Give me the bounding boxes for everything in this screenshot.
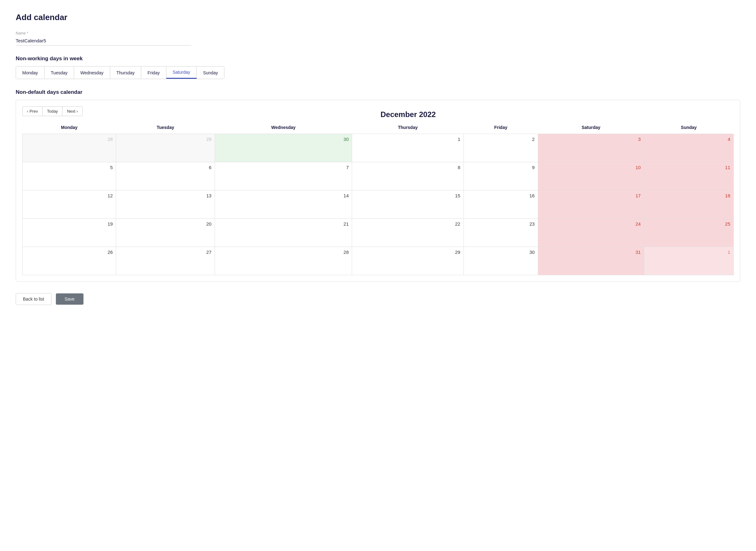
calendar-cell[interactable]: 5 <box>23 162 116 190</box>
calendar-title: December 2022 <box>82 110 734 119</box>
calendar-cell[interactable]: 6 <box>116 162 215 190</box>
day-number: 26 <box>26 249 113 255</box>
table-row: 2829301234 <box>23 134 734 162</box>
calendar-cell[interactable]: 21 <box>215 219 352 247</box>
calendar-cell[interactable]: 19 <box>23 219 116 247</box>
calendar-cell[interactable]: 30 <box>464 247 538 275</box>
day-number: 15 <box>355 193 460 198</box>
day-number: 31 <box>541 249 641 255</box>
calendar-cell[interactable]: 20 <box>116 219 215 247</box>
day-number: 30 <box>467 249 535 255</box>
calendar-cell[interactable]: 15 <box>352 190 464 219</box>
table-row: 2627282930311 <box>23 247 734 275</box>
calendar-cell[interactable]: 8 <box>352 162 464 190</box>
day-number: 5 <box>26 165 113 170</box>
calendar-cell[interactable]: 31 <box>538 247 644 275</box>
day-number: 23 <box>467 221 535 226</box>
calendar-cell[interactable]: 27 <box>116 247 215 275</box>
day-number: 29 <box>119 136 211 142</box>
day-number: 9 <box>467 165 535 170</box>
calendar-section-title: Non-default days calendar <box>16 89 740 95</box>
calendar-wrapper: ‹ Prev Today Next › December 2022 Monday… <box>16 100 740 282</box>
footer: Back to list Save <box>16 293 740 305</box>
calendar-cell[interactable]: 12 <box>23 190 116 219</box>
table-row: 12131415161718 <box>23 190 734 219</box>
day-number: 7 <box>218 165 349 170</box>
day-number: 4 <box>647 136 730 142</box>
day-number: 28 <box>26 136 113 142</box>
calendar-cell[interactable]: 3 <box>538 134 644 162</box>
day-number: 30 <box>218 136 349 142</box>
page-title: Add calendar <box>16 13 740 22</box>
day-number: 2 <box>467 136 535 142</box>
calendar-cell[interactable]: 16 <box>464 190 538 219</box>
day-btn-friday[interactable]: Friday <box>141 66 166 79</box>
day-btn-sunday[interactable]: Sunday <box>197 66 224 79</box>
calendar-cell[interactable]: 28 <box>215 247 352 275</box>
day-btn-monday[interactable]: Monday <box>16 66 45 79</box>
name-input[interactable] <box>16 37 191 45</box>
cal-header-saturday: Saturday <box>538 122 644 134</box>
day-number: 16 <box>467 193 535 198</box>
day-number: 8 <box>355 165 460 170</box>
cal-header-tuesday: Tuesday <box>116 122 215 134</box>
day-number: 20 <box>119 221 211 226</box>
cal-header-friday: Friday <box>464 122 538 134</box>
cal-header-monday: Monday <box>23 122 116 134</box>
day-number: 24 <box>541 221 641 226</box>
day-number: 10 <box>541 165 641 170</box>
calendar-cell[interactable]: 9 <box>464 162 538 190</box>
calendar-cell[interactable]: 30 <box>215 134 352 162</box>
calendar-cell[interactable]: 18 <box>644 190 733 219</box>
calendar-cell[interactable]: 13 <box>116 190 215 219</box>
calendar-cell[interactable]: 1 <box>352 134 464 162</box>
day-number: 22 <box>355 221 460 226</box>
day-number: 25 <box>647 221 730 226</box>
calendar-cell[interactable]: 10 <box>538 162 644 190</box>
day-number: 1 <box>355 136 460 142</box>
day-btn-thursday[interactable]: Thursday <box>110 66 141 79</box>
day-btn-saturday[interactable]: Saturday <box>166 66 197 79</box>
calendar-cell[interactable]: 14 <box>215 190 352 219</box>
save-button[interactable]: Save <box>56 294 83 305</box>
calendar-cell[interactable]: 2 <box>464 134 538 162</box>
cal-header-sunday: Sunday <box>644 122 733 134</box>
day-number: 19 <box>26 221 113 226</box>
calendar-cell[interactable]: 11 <box>644 162 733 190</box>
day-number: 27 <box>119 249 211 255</box>
cal-header-wednesday: Wednesday <box>215 122 352 134</box>
day-number: 13 <box>119 193 211 198</box>
calendar-cell[interactable]: 1 <box>644 247 733 275</box>
today-button[interactable]: Today <box>42 106 63 116</box>
calendar-cell[interactable]: 17 <box>538 190 644 219</box>
next-button[interactable]: Next › <box>62 106 82 116</box>
day-number: 17 <box>541 193 641 198</box>
calendar-grid: MondayTuesdayWednesdayThursdayFridaySatu… <box>22 122 734 275</box>
calendar-cell[interactable]: 29 <box>352 247 464 275</box>
day-number: 1 <box>647 249 730 255</box>
calendar-cell[interactable]: 26 <box>23 247 116 275</box>
day-number: 6 <box>119 165 211 170</box>
day-number: 18 <box>647 193 730 198</box>
cal-header-thursday: Thursday <box>352 122 464 134</box>
table-row: 567891011 <box>23 162 734 190</box>
days-row: MondayTuesdayWednesdayThursdayFridaySatu… <box>16 66 224 79</box>
calendar-cell[interactable]: 28 <box>23 134 116 162</box>
day-number: 11 <box>647 165 730 170</box>
calendar-cell[interactable]: 7 <box>215 162 352 190</box>
calendar-nav: ‹ Prev Today Next › <box>22 106 82 116</box>
name-label: Name * <box>16 31 740 35</box>
calendar-cell[interactable]: 25 <box>644 219 733 247</box>
back-to-list-button[interactable]: Back to list <box>16 293 51 305</box>
day-btn-tuesday[interactable]: Tuesday <box>45 66 74 79</box>
day-number: 21 <box>218 221 349 226</box>
table-row: 19202122232425 <box>23 219 734 247</box>
day-number: 14 <box>218 193 349 198</box>
calendar-cell[interactable]: 23 <box>464 219 538 247</box>
calendar-cell[interactable]: 4 <box>644 134 733 162</box>
prev-button[interactable]: ‹ Prev <box>22 106 42 116</box>
day-btn-wednesday[interactable]: Wednesday <box>74 66 110 79</box>
calendar-cell[interactable]: 29 <box>116 134 215 162</box>
calendar-cell[interactable]: 22 <box>352 219 464 247</box>
calendar-cell[interactable]: 24 <box>538 219 644 247</box>
